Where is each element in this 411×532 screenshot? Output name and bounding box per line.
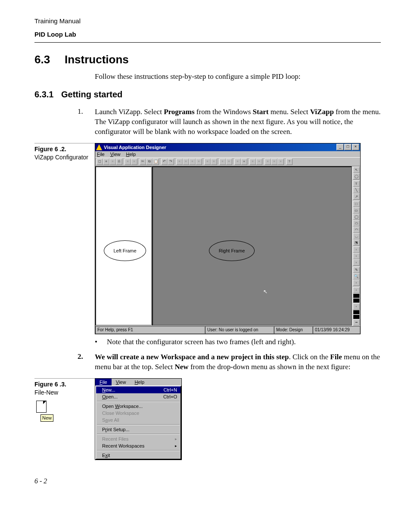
tool-palette: ↖ ◯ T ╲ ↗ □ ▭ ◯ ⬭ ◠ ◡ ⬔ ▫ ▫ (352, 166, 360, 326)
header-manual-title: Training Manual (34, 17, 381, 25)
palette-button[interactable]: ◡ (353, 233, 360, 240)
step-1-body: Launch ViZapp. Select Programs from the … (95, 107, 381, 137)
bullet-note: • Note that the configurator screen has … (95, 338, 381, 346)
palette-button[interactable]: ◠ (353, 227, 360, 233)
right-frame-label: Right Frame (209, 240, 255, 261)
toolbar-button[interactable]: ▫ (125, 159, 131, 165)
submenu-arrow-icon: ▸ (175, 444, 177, 448)
maximize-button[interactable]: □ (344, 144, 352, 150)
status-bar: For Help, press F1 User: No user is logg… (95, 326, 360, 334)
palette-button[interactable]: ▫ (353, 303, 360, 310)
menu-item-close-workspace: Close Workspace (96, 410, 181, 417)
palette-button[interactable]: ▫ (353, 246, 360, 253)
menu-item-open-workspace[interactable]: Open Workspace... (96, 403, 181, 410)
palette-fill-icon[interactable] (353, 298, 360, 303)
toolbar-button[interactable]: ▫ (234, 159, 241, 165)
workspace: Left Frame Right Frame ↖ ↖ ◯ T ╲ ↗ □ ▭ ◯ (95, 166, 360, 326)
figure-6-2: Figure 6 .2. ViZapp Configurator Visual … (34, 143, 381, 334)
menu-help[interactable]: Help (126, 152, 136, 157)
toolbar-button[interactable]: ▫ (226, 159, 232, 165)
toolbar-button[interactable]: ▫ (183, 159, 189, 165)
menu-view[interactable]: View (112, 379, 131, 386)
menu-item-open[interactable]: Open...Ctrl+O (96, 393, 181, 400)
palette-button[interactable]: ◯ (353, 214, 360, 220)
toolbar-button[interactable]: ▫ (249, 159, 256, 165)
palette-button[interactable]: ▭ (353, 207, 360, 214)
menu-separator (97, 450, 180, 451)
palette-button[interactable]: 🔍 (353, 273, 360, 280)
toolbar-button[interactable]: ▫ (176, 159, 183, 165)
palette-fill-icon[interactable] (353, 314, 360, 319)
menu-item-print-setup[interactable]: Print Setup... (96, 426, 181, 433)
bullet-text: Note that the configurator screen has tw… (107, 338, 296, 346)
toolbar-button[interactable]: ↶ (161, 159, 168, 165)
palette-button[interactable]: ⬔ (353, 240, 360, 246)
toolbar-button[interactable]: ▫ (256, 159, 262, 165)
menu-item-new[interactable]: New...Ctrl+N (96, 386, 181, 393)
menu-help[interactable]: Help (130, 379, 149, 386)
step-1-number: 1. (78, 107, 95, 137)
palette-fill-icon[interactable] (353, 310, 360, 314)
palette-button[interactable]: ◯ (353, 173, 360, 180)
subsection-heading: 6.3.1Getting started (34, 90, 381, 100)
palette-button[interactable]: T (353, 180, 360, 187)
new-file-icon-block: New (36, 401, 95, 422)
toolbar-button[interactable]: ▫ (277, 159, 284, 165)
palette-button[interactable]: ━ (353, 319, 360, 326)
toolbar-button[interactable]: ⧉ (146, 159, 153, 165)
toolbar-button[interactable]: ▫ (219, 159, 226, 165)
menu-bar: File View Help (95, 151, 360, 157)
toolbar-button[interactable]: ▫ (109, 159, 116, 165)
toolbar-button[interactable]: 📋 (153, 159, 159, 165)
status-time: 01/13/99 16:24:29 (313, 326, 360, 334)
palette-button[interactable]: ⬭ (353, 220, 360, 227)
menu-view[interactable]: View (110, 152, 121, 157)
toolbar-button[interactable]: ▫ (211, 159, 217, 165)
toolbar-button[interactable]: ✂ (140, 159, 146, 165)
file-menu-screenshot: File View Help New...Ctrl+N Open...Ctrl+… (95, 378, 182, 460)
toolbar-button[interactable]: ⋄ (103, 159, 109, 165)
toolbar: ◻ ⋄ ▫ ⎙ ▫ ▫ ✂ ⧉ 📋 ↶ ↷ ▫ ▫ ▫ ▫ ▫ (95, 157, 360, 166)
palette-button[interactable]: ╲ (353, 187, 360, 193)
toolbar-help-button[interactable]: ? (286, 159, 293, 165)
palette-button[interactable]: ▫ (353, 253, 360, 259)
page-header: Training Manual PID Loop Lab (34, 17, 381, 38)
toolbar-button[interactable]: ▫ (265, 159, 271, 165)
toolbar-button[interactable]: ▫ (204, 159, 211, 165)
subsection-number: 6.3.1 (34, 90, 61, 100)
menu-item-recent-workspaces[interactable]: Recent Workspaces▸ (96, 442, 181, 449)
palette-button[interactable]: ▫ (353, 287, 360, 293)
minimize-button[interactable]: _ (336, 144, 344, 150)
window-title: Visual Application Designer (104, 145, 336, 150)
figure-6-3-caption: Figure 6 .3. File-New New (34, 378, 95, 422)
toolbar-button[interactable]: ⎙ (116, 159, 122, 165)
toolbar-button[interactable]: ▫ (271, 159, 277, 165)
header-rule (34, 42, 381, 43)
menu-separator (97, 424, 180, 425)
toolbar-button[interactable]: ▫ (131, 159, 137, 165)
cursor-icon: ↖ (263, 289, 268, 295)
palette-button[interactable]: ✎ (353, 267, 360, 273)
menu-file[interactable]: File (97, 152, 105, 157)
toolbar-button[interactable]: ▫ (189, 159, 196, 165)
close-button[interactable]: × (352, 144, 359, 150)
palette-fill-icon[interactable] (353, 293, 360, 298)
palette-button[interactable]: □ (353, 201, 360, 207)
toolbar-button[interactable]: ◻ (97, 159, 103, 165)
step-1: 1. Launch ViZapp. Select Programs from t… (78, 107, 381, 137)
left-frame[interactable]: Left Frame (95, 166, 152, 326)
figure-6-3: Figure 6 .3. File-New New File View Help… (34, 378, 381, 460)
palette-arrow-icon[interactable]: ↖ (353, 167, 360, 173)
palette-button[interactable]: ▫ (353, 259, 360, 266)
right-frame[interactable]: Right Frame ↖ (152, 166, 352, 326)
menu-item-save-all: Save All (96, 417, 181, 423)
menu-item-exit[interactable]: Exit (96, 452, 181, 459)
toolbar-button[interactable]: ↷ (168, 159, 174, 165)
step-2: 2. We will create a new Workspace and a … (78, 352, 381, 372)
toolbar-button[interactable]: × (241, 159, 247, 165)
titlebar[interactable]: Visual Application Designer _ □ × (95, 143, 360, 151)
palette-button[interactable]: ▫ (353, 280, 360, 286)
toolbar-button[interactable]: ▫ (196, 159, 202, 165)
menu-file-selected[interactable]: File (95, 379, 112, 386)
palette-button[interactable]: ↗ (353, 193, 360, 200)
